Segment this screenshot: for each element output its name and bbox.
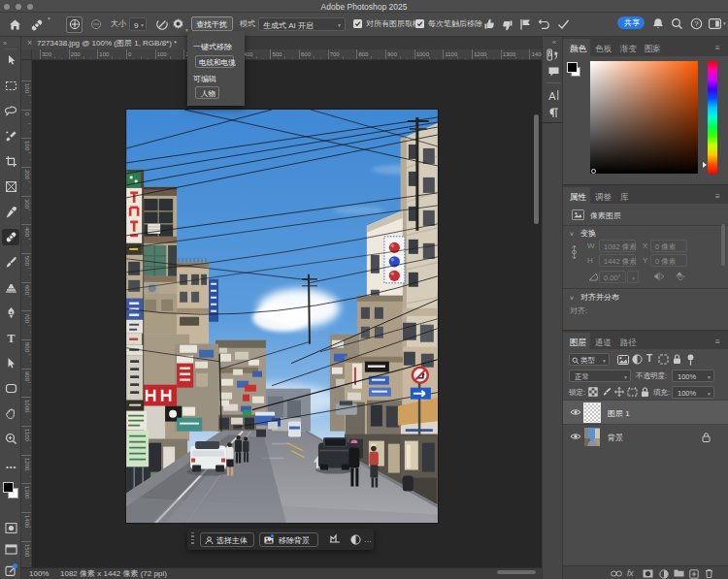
svg-text:A: A <box>548 90 556 102</box>
svg-text:T: T <box>7 332 15 345</box>
svg-text:?: ? <box>694 19 699 28</box>
